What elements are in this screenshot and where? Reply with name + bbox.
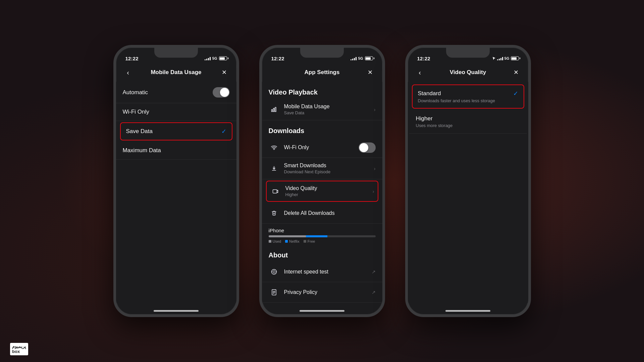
automatic-toggle[interactable] bbox=[213, 87, 230, 98]
storage-netflix-bar bbox=[306, 235, 327, 237]
smart-downloads-text: Smart Downloads Download Next Episode bbox=[284, 163, 369, 174]
quality-option-standard[interactable]: Standard ✓ Downloads faster and uses les… bbox=[412, 84, 524, 109]
page-title-2: App Settings bbox=[279, 69, 365, 76]
wifi-icon bbox=[269, 142, 279, 153]
close-button-1[interactable]: ✕ bbox=[219, 67, 230, 78]
home-bar-1 bbox=[154, 310, 199, 312]
signal-icon-3 bbox=[497, 57, 503, 60]
nav-bar-1: ‹ Mobile Data Usage ✕ bbox=[116, 64, 236, 82]
screen-content-1: Automatic Wi-Fi Only Save Data ✓ Maximum… bbox=[116, 82, 236, 303]
back-button-3[interactable]: ‹ bbox=[415, 67, 425, 78]
watermark-line1: پریمیوم bbox=[12, 344, 26, 349]
setting-smart-downloads[interactable]: Smart Downloads Download Next Episode › bbox=[262, 158, 382, 179]
delete-downloads-text: Delete All Downloads bbox=[284, 210, 376, 216]
legend-netflix: Netflix bbox=[285, 239, 300, 243]
automatic-label: Automatic bbox=[123, 89, 148, 96]
legend-free: Free bbox=[304, 239, 315, 243]
nav-bar-3: ‹ Video Quality ✕ bbox=[408, 64, 528, 82]
screen-content-3: Standard ✓ Downloads faster and uses les… bbox=[408, 82, 528, 303]
location-icon bbox=[492, 57, 496, 60]
storage-legend: Used Netflix Free bbox=[269, 239, 376, 243]
higher-option-row: Higher bbox=[416, 115, 520, 122]
battery-icon-1 bbox=[219, 56, 227, 60]
standard-label: Standard bbox=[418, 90, 441, 97]
option-automatic[interactable]: Automatic bbox=[116, 82, 236, 103]
signal-icon-1 bbox=[205, 57, 211, 60]
video-quality-icon bbox=[270, 186, 281, 197]
standard-subtitle: Downloads faster and uses less storage bbox=[418, 98, 518, 103]
chevron-smart-downloads: › bbox=[374, 166, 376, 171]
signal-icon-2 bbox=[351, 57, 357, 60]
home-indicator-3 bbox=[408, 303, 528, 314]
status-icons-3: 5G bbox=[492, 56, 519, 60]
trash-icon bbox=[269, 208, 279, 219]
nav-bar-2: App Settings ✕ bbox=[262, 64, 382, 82]
higher-subtitle: Uses more storage bbox=[416, 123, 520, 128]
status-bar-2: 12:22 5G bbox=[262, 48, 382, 64]
setting-wifi-only[interactable]: Wi-Fi Only bbox=[262, 137, 382, 158]
option-maximum-data[interactable]: Maximum Data bbox=[116, 142, 236, 160]
phone-1: 12:22 5G ‹ Mobile Data Usage ✕ Automatic bbox=[113, 45, 239, 317]
status-bar-1: 12:22 5G bbox=[116, 48, 236, 64]
speed-icon bbox=[269, 266, 279, 277]
svg-rect-4 bbox=[273, 189, 277, 193]
page-title-3: Video Quality bbox=[425, 69, 511, 76]
section-video-playback: Video Playback bbox=[262, 82, 382, 99]
smart-downloads-icon bbox=[269, 163, 279, 174]
watermark: پریمیوم box bbox=[10, 343, 28, 355]
section-about: About bbox=[262, 245, 382, 262]
time-3: 12:22 bbox=[417, 56, 430, 61]
phone-2: 12:22 5G App Settings ✕ Video Playback bbox=[259, 45, 385, 317]
svg-rect-1 bbox=[273, 108, 274, 112]
svg-point-3 bbox=[274, 149, 274, 150]
setting-internet-speed[interactable]: Internet speed test ↗ bbox=[262, 262, 382, 282]
network-2: 5G bbox=[358, 56, 363, 60]
check-icon-save-data: ✓ bbox=[221, 128, 226, 135]
screen-content-2[interactable]: Video Playback Mobile Data Usage Save Da… bbox=[262, 82, 382, 303]
internet-speed-text: Internet speed test bbox=[284, 269, 367, 275]
status-bar-3: 12:22 5G bbox=[408, 48, 528, 64]
doc-icon bbox=[269, 287, 279, 298]
setting-delete-downloads[interactable]: Delete All Downloads bbox=[262, 203, 382, 224]
maximum-data-label: Maximum Data bbox=[123, 147, 161, 154]
mobile-data-text: Mobile Data Usage Save Data bbox=[284, 104, 369, 115]
network-1: 5G bbox=[212, 56, 217, 60]
storage-label: iPhone bbox=[269, 228, 376, 233]
home-bar-2 bbox=[300, 310, 344, 312]
privacy-policy-text: Privacy Policy bbox=[284, 289, 367, 295]
external-link-icon-speed: ↗ bbox=[372, 269, 376, 275]
option-save-data[interactable]: Save Data ✓ bbox=[120, 122, 232, 140]
wifi-only-toggle[interactable] bbox=[359, 142, 376, 153]
wifi-only-text: Wi-Fi Only bbox=[284, 144, 354, 150]
status-icons-2: 5G bbox=[351, 56, 373, 60]
save-data-label: Save Data bbox=[126, 128, 153, 135]
back-button-1[interactable]: ‹ bbox=[123, 67, 133, 78]
video-quality-text: Video Quality Higher bbox=[285, 185, 368, 197]
higher-label: Higher bbox=[416, 115, 433, 122]
chart-icon bbox=[269, 104, 279, 115]
storage-used-bar bbox=[269, 235, 306, 237]
quality-option-higher[interactable]: Higher Uses more storage bbox=[409, 110, 527, 134]
chevron-mobile-data: › bbox=[374, 107, 376, 112]
section-downloads: Downloads bbox=[262, 120, 382, 137]
option-wifi-only[interactable]: Wi-Fi Only bbox=[116, 103, 236, 121]
battery-icon-3 bbox=[511, 56, 519, 60]
page-title-1: Mobile Data Usage bbox=[133, 69, 219, 76]
battery-icon-2 bbox=[365, 56, 373, 60]
close-button-2[interactable]: ✕ bbox=[365, 67, 376, 78]
home-bar-3 bbox=[445, 310, 490, 312]
chevron-video-quality: › bbox=[373, 189, 374, 194]
time-1: 12:22 bbox=[125, 56, 139, 61]
home-indicator-1 bbox=[116, 303, 236, 314]
time-2: 12:22 bbox=[271, 56, 284, 61]
status-icons-1: 5G bbox=[205, 56, 227, 60]
standard-option-row: Standard ✓ bbox=[418, 90, 518, 97]
watermark-logo: پریمیوم box bbox=[10, 343, 28, 355]
check-icon-standard: ✓ bbox=[513, 90, 518, 97]
home-indicator-2 bbox=[262, 303, 382, 314]
close-button-3[interactable]: ✕ bbox=[511, 67, 522, 78]
setting-video-quality[interactable]: Video Quality Higher › bbox=[266, 181, 378, 202]
setting-mobile-data[interactable]: Mobile Data Usage Save Data › bbox=[262, 99, 382, 120]
setting-privacy-policy[interactable]: Privacy Policy ↗ bbox=[262, 282, 382, 303]
external-link-icon-privacy: ↗ bbox=[372, 290, 376, 295]
